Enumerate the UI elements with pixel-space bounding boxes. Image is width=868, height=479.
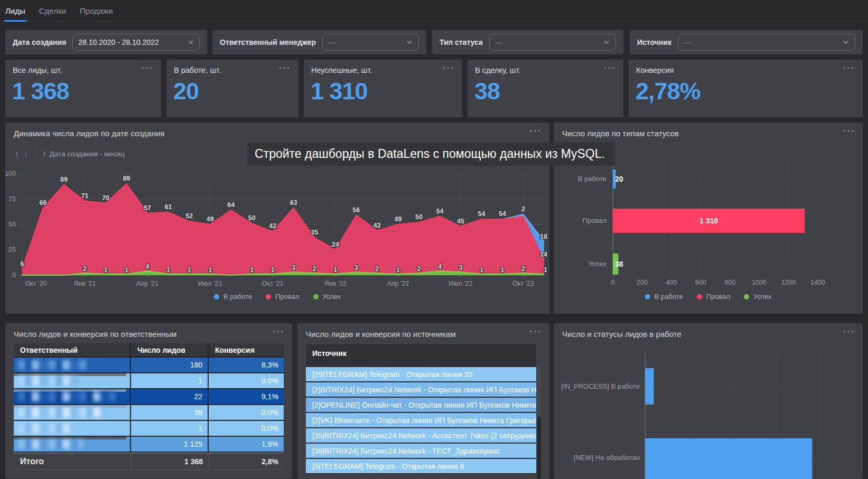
- widget-menu-button[interactable]: ···: [530, 326, 542, 337]
- bar-0[interactable]: [645, 368, 654, 405]
- total-leads: 1 368: [131, 453, 209, 470]
- panel-title: Число лидов и конверсия по ответственным: [14, 330, 176, 339]
- column-header[interactable]: Число лидов: [131, 343, 209, 358]
- legend-item[interactable]: В работе: [645, 293, 683, 300]
- table-row[interactable]: [2|OPENLINE] Онлайн-чат - Открытая линия…: [306, 398, 536, 413]
- x-tick-label: Окт '21: [262, 280, 284, 287]
- kpi-title: В работе, шт.: [174, 66, 221, 74]
- widget-menu-button[interactable]: ···: [142, 63, 154, 73]
- manager-name-cell-redacted: [14, 389, 131, 405]
- x-tick-label: Янв '22: [324, 280, 347, 287]
- table-header-row: Ответственный Число лидов Конверсия: [14, 343, 284, 358]
- status-type-select[interactable]: —: [489, 34, 616, 51]
- responsible-manager-select[interactable]: —: [322, 34, 419, 51]
- data-label: 71: [81, 192, 89, 200]
- legend-item[interactable]: Провал: [697, 293, 730, 300]
- table-row[interactable]: 22 9,1%: [14, 389, 284, 405]
- table-row[interactable]: [35|BITRIX24] Битрикс24.Network - Ассист…: [306, 428, 536, 444]
- widget-menu-button[interactable]: ···: [843, 126, 855, 136]
- table-row[interactable]: [2|BITRIX24] Битрикс24.Network - Открыта…: [306, 382, 536, 398]
- table-row[interactable]: [29|TELEGRAM] Telegram - Открытая линия …: [306, 367, 536, 382]
- table-row[interactable]: 1 125 1,9%: [14, 437, 284, 453]
- y-tick-label: 25: [8, 246, 16, 253]
- data-label: 1: [480, 266, 483, 274]
- manager-name-cell-redacted: [14, 358, 131, 373]
- x-tick-label: 400: [666, 279, 677, 286]
- legend-item[interactable]: Провал: [266, 293, 299, 300]
- data-label: 2: [521, 265, 525, 273]
- legend-item[interactable]: Успех: [744, 293, 771, 300]
- legend-item[interactable]: Успех: [313, 293, 341, 300]
- widget-menu-button[interactable]: ···: [843, 326, 855, 337]
- scrollbar-thumb[interactable]: [537, 417, 541, 479]
- bar-1[interactable]: [645, 438, 812, 479]
- widget-menu-button[interactable]: ···: [530, 126, 542, 136]
- area-series-fail[interactable]: [22, 184, 544, 275]
- table-row[interactable]: 39 0,0%: [14, 405, 284, 421]
- x-tick-label: Апр '21: [136, 280, 158, 287]
- leads-count-cell: 1 125: [131, 437, 209, 453]
- tab-label: Сделки: [39, 6, 66, 15]
- date-range-input[interactable]: 28.10.2020 - 28.10.2022 ✕: [72, 34, 200, 51]
- bar-chart-in-work[interactable]: [IN_PROCESS] В работе[NEW] Не обработан: [554, 352, 863, 479]
- kpi-title: Неуспешные, шт.: [311, 66, 372, 74]
- widget-menu-button[interactable]: ···: [843, 63, 855, 73]
- data-label: 35: [311, 229, 318, 236]
- data-label: 24: [332, 241, 339, 248]
- sort-asc-icon[interactable]: ↑: [15, 149, 19, 158]
- table-total-row: Итого 1 368 2,8%: [14, 453, 284, 470]
- managers-table: Ответственный Число лидов Конверсия 180 …: [14, 343, 284, 470]
- widget-menu-button[interactable]: ···: [279, 63, 291, 73]
- column-header[interactable]: Конверсия: [209, 343, 284, 358]
- tab-leads[interactable]: Лиды: [5, 0, 25, 22]
- column-header[interactable]: Источник: [306, 344, 536, 367]
- clear-icon[interactable]: ✕: [184, 39, 194, 46]
- column-header[interactable]: Ответственный: [14, 343, 131, 358]
- widget-menu-button[interactable]: ···: [273, 326, 285, 337]
- tab-sales[interactable]: Продажи: [80, 0, 113, 22]
- leads-count-cell: 180: [131, 358, 209, 373]
- table-row[interactable]: 180 8,3%: [14, 358, 284, 373]
- data-label: 49: [207, 215, 214, 223]
- data-label: 1: [250, 266, 254, 274]
- panel-title: Число лидов и конверсия по источникам: [306, 330, 455, 339]
- source-select[interactable]: —: [678, 34, 855, 51]
- x-tick-label: 200: [637, 279, 648, 286]
- table-row[interactable]: 1 0,0%: [14, 421, 284, 437]
- data-label: 89: [60, 176, 68, 183]
- data-label: 2: [375, 265, 379, 273]
- data-label: 64: [227, 201, 235, 209]
- table-row[interactable]: [2|VK] ВКонтакте - Открытая линия ИП Бул…: [306, 413, 536, 428]
- tab-label: Лиды: [5, 6, 25, 15]
- legend-label: В работе: [223, 293, 252, 300]
- source-label: [5|TELEGRAM] Telegram - Открытая линия 8: [312, 462, 464, 471]
- legend-label: Провал: [706, 293, 730, 300]
- data-label: 1: [125, 266, 128, 274]
- sort-desc-icon[interactable]: ↓: [24, 149, 29, 158]
- bar-chart-status-types[interactable]: 0200400600800100012001400В работе20Прова…: [554, 152, 863, 289]
- select-value: —: [495, 38, 600, 46]
- data-label: 2: [417, 265, 421, 273]
- toolbar-divider: [35, 149, 36, 158]
- x-tick-label: Окт '22: [512, 280, 534, 287]
- table-row[interactable]: 1 0,0%: [14, 373, 284, 389]
- legend-dot-icon: [697, 294, 702, 299]
- legend-item[interactable]: В работе: [214, 293, 252, 300]
- widget-menu-button[interactable]: ···: [604, 63, 616, 73]
- category-label: Успех: [589, 260, 607, 268]
- data-label: 3: [354, 264, 358, 271]
- data-label: 54: [499, 210, 506, 218]
- bar-value-label: 20: [615, 175, 623, 183]
- table-row[interactable]: [39|BITRIX24] Битрикс24.Network - ТЕСТ_З…: [306, 444, 536, 459]
- table-row[interactable]: [5|TELEGRAM] Telegram - Открытая линия 8: [306, 459, 536, 474]
- area-chart[interactable]: 0255075100Окт '20Янв '21Апр '21Июл '21Ок…: [5, 165, 549, 294]
- drilldown-breadcrumb[interactable]: / Дата создания - месяц: [43, 150, 125, 158]
- data-label: 50: [248, 214, 256, 222]
- conversion-cell: 9,1%: [209, 389, 284, 405]
- panel-title: Число и статусы лидов в работе: [562, 330, 682, 339]
- x-tick-label: 600: [695, 279, 706, 286]
- tab-deals[interactable]: Сделки: [39, 0, 66, 22]
- select-value: —: [328, 38, 403, 46]
- data-label: 1: [396, 266, 400, 274]
- widget-menu-button[interactable]: ···: [443, 63, 455, 73]
